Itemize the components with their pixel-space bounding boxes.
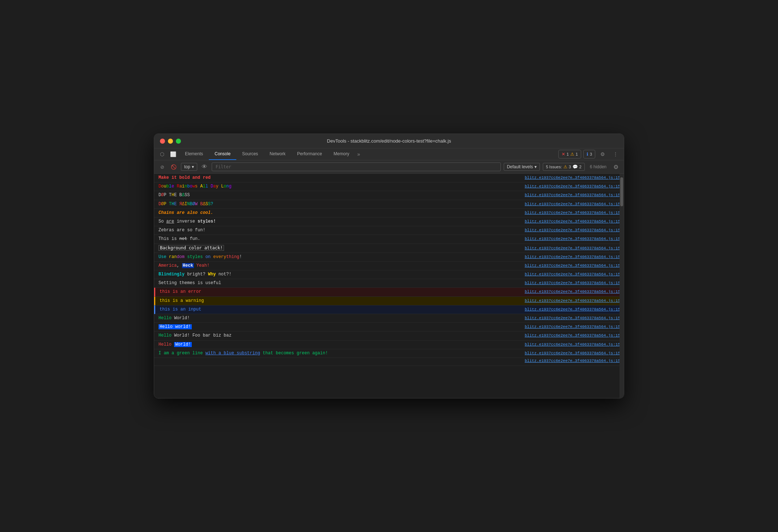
console-message: This is not fun. xyxy=(158,236,525,242)
console-message: this is a warning xyxy=(160,297,525,304)
console-row: Chains are also cool. blitz.e1937cc6e2ee… xyxy=(154,209,624,218)
inspect-icon[interactable]: ⬜ xyxy=(167,148,179,160)
console-message: this is an input xyxy=(160,306,525,313)
issues-label: 5 Issues: xyxy=(546,165,562,169)
issues-button[interactable]: 5 Issues: ⚠ 3 💬 2 xyxy=(543,163,585,171)
filter-input[interactable] xyxy=(213,164,499,170)
error-icon: ✕ xyxy=(562,152,565,157)
issues-info-count: 2 xyxy=(579,165,582,169)
console-row: Zebras are so fun! blitz.e1937cc6e2ee7e…… xyxy=(154,226,624,235)
info-badge[interactable]: ℹ 3 xyxy=(583,150,595,159)
source-link[interactable]: blitz.e1937cc6e2ee7e…3f4063378a564.js:15 xyxy=(525,316,620,320)
error-badge[interactable]: ✕ 1 ⚠ 1 xyxy=(558,150,581,159)
cursor-icon[interactable]: ⬡ xyxy=(157,148,167,160)
console-row: Use random styles on everything! blitz.e… xyxy=(154,253,624,262)
info-icon: ℹ xyxy=(587,152,588,157)
console-row-input: this is an input blitz.e1937cc6e2ee7e…3f… xyxy=(154,305,624,314)
console-message: Setting themes is useful xyxy=(158,280,525,287)
maximize-button[interactable] xyxy=(176,139,181,144)
source-link[interactable]: blitz.e1937cc6e2ee7e…3f4063378a564.js:15 xyxy=(525,246,620,250)
more-options-icon[interactable]: ⋮ xyxy=(610,149,621,159)
title-bar: DevTools - stackblitz.com/edit/node-colo… xyxy=(154,134,624,148)
console-message: Zebras are so fun! xyxy=(158,227,525,234)
console-message: Double Rainbows All Day Long xyxy=(158,183,525,190)
console-message: Hello World! xyxy=(158,315,525,322)
console-row: This is not fun. blitz.e1937cc6e2ee7e…3f… xyxy=(154,235,624,244)
source-link[interactable]: blitz.e1937cc6e2ee7e…3f4063378a564.js:15 xyxy=(525,202,620,206)
console-row: Setting themes is useful blitz.e1937cc6e… xyxy=(154,279,624,288)
tab-bar-right: ✕ 1 ⚠ 1 ℹ 3 ⚙ ⋮ xyxy=(558,149,621,159)
context-selector[interactable]: top ▾ xyxy=(181,163,197,171)
scrollbar-thumb[interactable] xyxy=(620,177,623,206)
console-message: Hello World! xyxy=(158,341,525,348)
console-message: Hello World! Foo bar biz baz xyxy=(158,332,525,339)
source-link[interactable]: blitz.e1937cc6e2ee7e…3f4063378a564.js:15 xyxy=(525,333,620,338)
console-row: America, Heck Yeah! blitz.e1937cc6e2ee7e… xyxy=(154,262,624,270)
tab-elements[interactable]: Elements xyxy=(179,148,209,160)
issues-info-icon: 💬 xyxy=(572,164,578,169)
source-link[interactable]: blitz.e1937cc6e2ee7e…3f4063378a564.js:15 xyxy=(525,255,620,259)
scrollbar-track[interactable] xyxy=(620,174,624,398)
console-message: Background color attack! xyxy=(158,245,525,252)
source-link[interactable]: blitz.e1937cc6e2ee7e…3f4063378a564.js:15 xyxy=(525,351,620,355)
more-tabs-button[interactable]: » xyxy=(355,148,362,160)
source-link[interactable]: blitz.e1937cc6e2ee7e…3f4063378a564.js:15 xyxy=(525,359,620,363)
window-title: DevTools - stackblitz.com/edit/node-colo… xyxy=(327,138,451,144)
source-link[interactable]: blitz.e1937cc6e2ee7e…3f4063378a564.js:15 xyxy=(525,299,620,303)
source-link[interactable]: blitz.e1937cc6e2ee7e…3f4063378a564.js:15 xyxy=(525,307,620,312)
console-row: Hello World! blitz.e1937cc6e2ee7e…3f4063… xyxy=(154,341,624,349)
source-link[interactable]: blitz.e1937cc6e2ee7e…3f4063378a564.js:15 xyxy=(525,228,620,232)
eye-icon[interactable]: 👁 xyxy=(200,162,209,171)
context-label: top xyxy=(184,164,190,169)
tab-memory[interactable]: Memory xyxy=(328,148,355,160)
stop-button[interactable]: 🚫 xyxy=(169,162,178,171)
source-link[interactable]: blitz.e1937cc6e2ee7e…3f4063378a564.js:15 xyxy=(525,263,620,268)
source-link[interactable]: blitz.e1937cc6e2ee7e…3f4063378a564.js:15 xyxy=(525,290,620,294)
close-button[interactable] xyxy=(160,139,165,144)
hidden-count[interactable]: 6 hidden xyxy=(588,163,609,170)
minimize-button[interactable] xyxy=(168,139,173,144)
console-message: this is an error xyxy=(160,288,525,295)
source-link[interactable]: blitz.e1937cc6e2ee7e…3f4063378a564.js:15 xyxy=(525,281,620,285)
source-link[interactable]: blitz.e1937cc6e2ee7e…3f4063378a564.js:15 xyxy=(525,272,620,276)
source-link[interactable]: blitz.e1937cc6e2ee7e…3f4063378a564.js:15 xyxy=(525,325,620,329)
error-count: 1 xyxy=(567,152,569,156)
info-count: 3 xyxy=(590,152,592,156)
console-message: Chains are also cool. xyxy=(158,210,525,216)
settings-icon[interactable]: ⚙ xyxy=(597,149,608,159)
console-row: Make it bold and red blitz.e1937cc6e2ee7… xyxy=(154,174,624,182)
console-row: Background color attack! blitz.e1937cc6e… xyxy=(154,244,624,253)
tab-sources[interactable]: Sources xyxy=(236,148,264,160)
console-output[interactable]: Make it bold and red blitz.e1937cc6e2ee7… xyxy=(154,174,624,398)
console-message: So are inverse styles! xyxy=(158,218,525,225)
tab-network[interactable]: Network xyxy=(264,148,291,160)
clear-console-button[interactable]: ⊘ xyxy=(158,162,166,171)
tab-performance[interactable]: Performance xyxy=(291,148,328,160)
console-row: Hello World! Foo bar biz baz blitz.e1937… xyxy=(154,332,624,340)
console-message: Make it bold and red xyxy=(158,174,525,181)
source-link[interactable]: blitz.e1937cc6e2ee7e…3f4063378a564.js:15 xyxy=(525,184,620,189)
console-row: blitz.e1937cc6e2ee7e…3f4063378a564.js:15 xyxy=(154,358,624,366)
console-message: DØP THE ЯΔINBØW BΔSS? xyxy=(158,201,525,208)
console-settings-icon[interactable]: ⚙ xyxy=(612,162,620,171)
source-link[interactable]: blitz.e1937cc6e2ee7e…3f4063378a564.js:15 xyxy=(525,211,620,215)
console-row: I am a green line with a blue substring … xyxy=(154,349,624,358)
console-message: I am a green line with a blue substring … xyxy=(158,350,525,357)
console-row: So are inverse styles! blitz.e1937cc6e2e… xyxy=(154,218,624,226)
warning-icon: ⚠ xyxy=(570,152,574,157)
source-link[interactable]: blitz.e1937cc6e2ee7e…3f4063378a564.js:15 xyxy=(525,193,620,197)
source-link[interactable]: blitz.e1937cc6e2ee7e…3f4063378a564.js:15 xyxy=(525,176,620,180)
console-row: DØP THE ЯΔINBØW BΔSS? blitz.e1937cc6e2ee… xyxy=(154,200,624,209)
tab-console[interactable]: Console xyxy=(209,148,236,160)
console-toolbar: ⊘ 🚫 top ▾ 👁 Default levels ▾ 5 Issues: ⚠… xyxy=(154,160,624,174)
console-row-warning: this is a warning blitz.e1937cc6e2ee7e…3… xyxy=(154,297,624,305)
source-link[interactable]: blitz.e1937cc6e2ee7e…3f4063378a564.js:15 xyxy=(525,342,620,347)
console-row-error: this is an error blitz.e1937cc6e2ee7e…3f… xyxy=(154,288,624,296)
source-link[interactable]: blitz.e1937cc6e2ee7e…3f4063378a564.js:15 xyxy=(525,237,620,241)
log-levels-selector[interactable]: Default levels ▾ xyxy=(504,163,540,171)
console-row: Hello world! blitz.e1937cc6e2ee7e…3f4063… xyxy=(154,323,624,332)
source-link[interactable]: blitz.e1937cc6e2ee7e…3f4063378a564.js:15 xyxy=(525,219,620,224)
console-message: Hello world! xyxy=(158,324,525,330)
issues-warning-count: 3 xyxy=(569,165,571,169)
console-message: Use random styles on everything! xyxy=(158,254,525,261)
